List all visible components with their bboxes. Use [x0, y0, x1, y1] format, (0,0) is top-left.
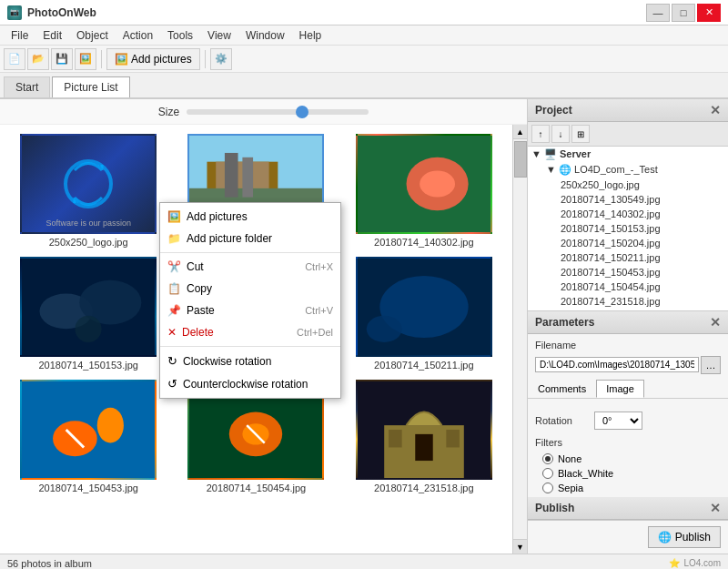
- filter-none-radio[interactable]: [542, 453, 553, 464]
- window-controls: — □ ✕: [646, 4, 721, 22]
- photo-grid-container[interactable]: Software is our passion 250x250_logo.jpg: [0, 125, 512, 554]
- tree-file-4[interactable]: 20180714_150153.jpg: [528, 221, 728, 236]
- tree-item-project[interactable]: ▼ 🌐 LO4D_com_-_Test: [528, 162, 728, 178]
- filename-input-row: …: [535, 356, 721, 374]
- publish-icon: 🌐: [658, 531, 672, 544]
- photo-thumbnail[interactable]: Software is our passion: [20, 134, 157, 234]
- project-tb-btn1[interactable]: ↑: [531, 125, 550, 143]
- filter-none[interactable]: None: [542, 453, 721, 464]
- toolbar: 📄 📂 💾 🖼️ 🖼️ Add pictures ⚙️: [0, 46, 728, 73]
- list-item[interactable]: 20180714_150211.jpg: [345, 257, 503, 371]
- publish-title: Publish: [535, 502, 574, 514]
- scroll-up-btn[interactable]: ▲: [513, 125, 527, 139]
- ctx-delete-shortcut: Ctrl+Del: [297, 327, 333, 338]
- svg-rect-30: [415, 434, 432, 461]
- list-item[interactable]: 20180714_150453.jpg: [9, 380, 167, 493]
- tree-file-2[interactable]: 20180714_130549.jpg: [528, 192, 728, 207]
- tree-file-6[interactable]: 20180714_150211.jpg: [528, 250, 728, 265]
- tab-start[interactable]: Start: [4, 76, 50, 97]
- list-item[interactable]: 20180714_150153.jpg: [9, 257, 167, 371]
- filter-none-label: None: [558, 453, 581, 464]
- list-item[interactable]: 20180714_140302.jpg: [345, 134, 503, 248]
- list-item[interactable]: Software is our passion 250x250_logo.jpg: [9, 134, 167, 248]
- toolbar-open[interactable]: 📂: [27, 48, 49, 70]
- publish-button[interactable]: 🌐 Publish: [648, 526, 721, 548]
- ctx-clockwise[interactable]: ↻ Clockwise rotation: [160, 350, 340, 372]
- minimize-button[interactable]: —: [646, 4, 670, 22]
- photo-filename: 250x250_logo.jpg: [49, 237, 128, 248]
- filter-bw-radio[interactable]: [542, 468, 553, 479]
- list-item[interactable]: 20180714_231518.jpg: [345, 380, 503, 493]
- toolbar-save[interactable]: 💾: [51, 48, 73, 70]
- menu-window[interactable]: Window: [238, 27, 292, 44]
- parameters-title: Parameters: [535, 316, 594, 329]
- toolbar-separator: [101, 50, 102, 68]
- menu-bar: File Edit Object Action Tools View Windo…: [0, 25, 728, 46]
- rotation-row: Rotation 0° 90° 180° 270°: [535, 412, 721, 430]
- lo4d-watermark: ⭐ LO4.com: [669, 558, 721, 568]
- browse-button[interactable]: …: [701, 356, 721, 374]
- vertical-scrollbar[interactable]: ▲ ▼: [512, 125, 527, 554]
- project-panel-header: Project ✕: [528, 99, 728, 122]
- menu-file[interactable]: File: [4, 27, 35, 44]
- menu-view[interactable]: View: [200, 27, 238, 44]
- params-panel-close[interactable]: ✕: [710, 315, 721, 330]
- photo-thumbnail[interactable]: [356, 380, 492, 480]
- scroll-down-btn[interactable]: ▼: [513, 539, 527, 554]
- filter-sepia-radio[interactable]: [542, 483, 553, 493]
- toolbar-extra[interactable]: ⚙️: [210, 48, 232, 70]
- maximize-button[interactable]: □: [672, 4, 695, 22]
- add-pictures-button[interactable]: 🖼️ Add pictures: [106, 48, 200, 70]
- rotation-select[interactable]: 0° 90° 180° 270°: [594, 412, 642, 430]
- tab-comments[interactable]: Comments: [528, 380, 596, 398]
- tree-file-9[interactable]: 20180714_231518.jpg: [528, 294, 728, 309]
- photo-thumbnail[interactable]: [356, 257, 492, 357]
- ctx-counterclockwise[interactable]: ↺ Counterclockwise rotation: [160, 372, 340, 395]
- toolbar-new[interactable]: 📄: [4, 48, 25, 70]
- ctx-cut[interactable]: ✂️ Cut Ctrl+X: [160, 256, 340, 278]
- tab-image[interactable]: Image: [596, 380, 644, 398]
- size-slider-track[interactable]: [187, 109, 369, 115]
- filename-input[interactable]: [535, 357, 699, 372]
- svg-rect-31: [389, 430, 402, 447]
- filter-sepia[interactable]: Sepia: [542, 483, 721, 493]
- main-tabs: Start Picture List: [0, 73, 728, 99]
- ctx-add-pictures[interactable]: 🖼️ Add pictures: [160, 206, 340, 228]
- server-icon: 🖥️: [544, 148, 560, 159]
- tree-file-1[interactable]: 250x250_logo.jpg: [528, 178, 728, 192]
- project-tb-btn3[interactable]: ⊞: [571, 125, 590, 143]
- svg-point-9: [420, 170, 455, 197]
- tab-picture-list[interactable]: Picture List: [52, 76, 129, 97]
- project-tree[interactable]: ▼ 🖥️ Server ▼ 🌐 LO4D_com_-_Test 250x250_…: [528, 147, 728, 311]
- menu-object[interactable]: Object: [69, 27, 116, 44]
- ctx-delete[interactable]: ✕ Delete Ctrl+Del: [160, 321, 340, 343]
- menu-action[interactable]: Action: [116, 27, 160, 44]
- photo-thumbnail[interactable]: [20, 257, 157, 357]
- scroll-thumb[interactable]: [514, 141, 527, 178]
- project-panel-close[interactable]: ✕: [710, 103, 721, 117]
- publish-label: Publish: [675, 531, 711, 544]
- menu-tools[interactable]: Tools: [160, 27, 200, 44]
- tree-item-server[interactable]: ▼ 🖥️ Server: [528, 147, 728, 162]
- size-slider-thumb[interactable]: [296, 106, 308, 118]
- ctx-paste[interactable]: 📌 Paste Ctrl+V: [160, 300, 340, 321]
- photo-thumbnail[interactable]: [20, 380, 157, 480]
- close-button[interactable]: ✕: [697, 4, 721, 22]
- ctx-add-folder[interactable]: 📁 Add picture folder: [160, 228, 340, 249]
- photo-filename: 20180714_231518.jpg: [374, 483, 474, 493]
- publish-panel-close[interactable]: ✕: [710, 501, 721, 515]
- tree-file-7[interactable]: 20180714_150453.jpg: [528, 265, 728, 279]
- project-tb-btn2[interactable]: ↓: [551, 125, 570, 143]
- tree-file-3[interactable]: 20180714_140302.jpg: [528, 207, 728, 221]
- tree-file-8[interactable]: 20180714_150454.jpg: [528, 279, 728, 294]
- right-panel: Project ✕ ↑ ↓ ⊞ ▼ 🖥️ Server ▼ 🌐 LO4D_com…: [528, 99, 728, 554]
- photo-thumbnail[interactable]: [356, 134, 492, 234]
- ctx-copy[interactable]: 📋 Copy: [160, 278, 340, 300]
- menu-edit[interactable]: Edit: [35, 27, 69, 44]
- toolbar-image[interactable]: 🖼️: [75, 48, 96, 70]
- project-folder-label: LO4D_com_-_Test: [574, 164, 658, 175]
- menu-help[interactable]: Help: [292, 27, 329, 44]
- tree-file-5[interactable]: 20180714_150204.jpg: [528, 236, 728, 250]
- ctx-separator1: [160, 252, 340, 253]
- filter-bw[interactable]: Black_White: [542, 468, 721, 479]
